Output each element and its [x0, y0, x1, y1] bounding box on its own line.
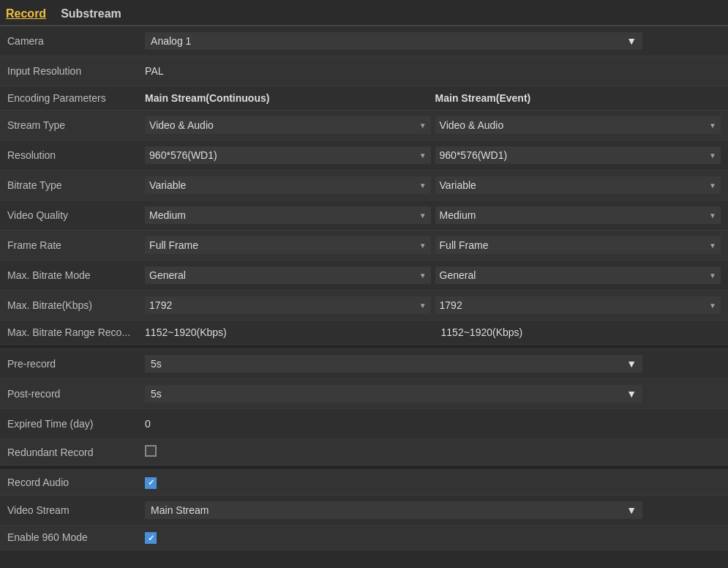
frame-rate-col1-value: Full Frame [149, 239, 198, 251]
checkbox-redundant-record[interactable] [145, 445, 157, 457]
row-post-record: Post-record 5s ▼ [0, 379, 728, 409]
max-bitrate-kbps-dual: 1792 ▼ 1792 ▼ [145, 296, 721, 314]
dropdown-bitrate-type-col1[interactable]: Variable ▼ [145, 176, 430, 194]
label-redundant-record: Redundant Record [0, 439, 138, 466]
row-pre-record: Pre-record 5s ▼ [0, 349, 728, 379]
row-stream-type: Stream Type Video & Audio ▼ Video & Audi… [0, 111, 728, 141]
bitrate-type-dual: Variable ▼ Variable ▼ [145, 176, 721, 194]
row-record-audio: Record Audio [0, 470, 728, 496]
tab-record[interactable]: Record [3, 4, 58, 25]
input-resolution-value: PAL [145, 62, 163, 80]
video-quality-col1-value: Medium [149, 209, 186, 221]
chevron-down-icon: ▼ [626, 358, 637, 370]
max-bitrate-range-col2-value: 1152~1920(Kbps) [441, 326, 721, 338]
bitrate-type-col2-value: Variable [440, 179, 476, 191]
chevron-down-icon: ▼ [626, 504, 637, 516]
stream-type-col2-value: Video & Audio [440, 119, 504, 131]
dropdown-resolution-col1[interactable]: 960*576(WD1) ▼ [145, 146, 430, 164]
chevron-down-icon: ▼ [709, 182, 716, 190]
expired-time-value: 0 [145, 415, 151, 433]
dropdown-video-quality-col1[interactable]: Medium ▼ [145, 206, 430, 224]
pre-record-value: 5s [151, 358, 162, 370]
row-video-stream: Video Stream Main Stream ▼ [0, 495, 728, 525]
label-video-stream: Video Stream [0, 495, 138, 525]
value-max-bitrate-mode: General ▼ General ▼ [138, 261, 728, 291]
value-pre-record[interactable]: 5s ▼ [138, 349, 728, 379]
dropdown-frame-rate-col2[interactable]: Full Frame ▼ [435, 236, 721, 254]
dropdown-max-bitrate-kbps-col2[interactable]: 1792 ▼ [435, 296, 721, 314]
chevron-down-icon: ▼ [419, 152, 427, 160]
dropdown-bitrate-type-col2[interactable]: Variable ▼ [435, 176, 721, 194]
value-redundant-record [138, 439, 728, 466]
row-frame-rate: Frame Rate Full Frame ▼ Full Frame ▼ [0, 231, 728, 261]
row-encoding-parameters: Encoding Parameters Main Stream(Continuo… [0, 86, 728, 111]
value-resolution: 960*576(WD1) ▼ 960*576(WD1) ▼ [138, 141, 728, 171]
value-enable-960-mode [138, 525, 728, 550]
chevron-down-icon: ▼ [419, 302, 427, 310]
label-post-record: Post-record [0, 379, 138, 409]
label-max-bitrate-mode: Max. Bitrate Mode [0, 261, 138, 291]
dropdown-max-bitrate-mode-col1[interactable]: General ▼ [145, 266, 430, 284]
chevron-down-icon: ▼ [709, 272, 716, 280]
chevron-down-icon: ▼ [709, 152, 716, 160]
label-video-quality: Video Quality [0, 201, 138, 231]
dropdown-camera[interactable]: Analog 1 ▼ [145, 32, 642, 50]
row-bitrate-type: Bitrate Type Variable ▼ Variable ▼ [0, 171, 728, 201]
chevron-down-icon: ▼ [419, 212, 427, 220]
row-input-resolution: Input Resolution PAL [0, 56, 728, 86]
value-max-bitrate-range: 1152~1920(Kbps) 1152~1920(Kbps) [138, 321, 728, 345]
dropdown-stream-type-col1[interactable]: Video & Audio ▼ [145, 116, 430, 134]
chevron-down-icon: ▼ [709, 212, 716, 220]
row-max-bitrate-mode: Max. Bitrate Mode General ▼ General ▼ [0, 261, 728, 291]
value-record-audio [138, 470, 728, 496]
label-max-bitrate-range: Max. Bitrate Range Reco... [0, 321, 138, 345]
max-bitrate-kbps-col1-value: 1792 [149, 299, 172, 311]
row-max-bitrate-kbps: Max. Bitrate(Kbps) 1792 ▼ 1792 ▼ [0, 291, 728, 321]
chevron-down-icon: ▼ [419, 242, 427, 250]
row-expired-time: Expired Time (day) 0 [0, 409, 728, 439]
chevron-down-icon: ▼ [419, 122, 427, 130]
max-bitrate-mode-col1-value: General [149, 269, 186, 281]
resolution-col1-value: 960*576(WD1) [149, 149, 217, 161]
label-max-bitrate-kbps: Max. Bitrate(Kbps) [0, 291, 138, 321]
chevron-down-icon: ▼ [626, 388, 637, 400]
checkbox-record-audio[interactable] [145, 477, 157, 489]
video-stream-value: Main Stream [151, 504, 209, 516]
row-camera: Camera Analog 1 ▼ [0, 26, 728, 56]
value-encoding-parameters: Main Stream(Continuous) Main Stream(Even… [138, 86, 728, 111]
value-post-record[interactable]: 5s ▼ [138, 379, 728, 409]
dropdown-frame-rate-col1[interactable]: Full Frame ▼ [145, 236, 430, 254]
dropdown-video-quality-col2[interactable]: Medium ▼ [435, 206, 721, 224]
label-enable-960-mode: Enable 960 Mode [0, 525, 138, 550]
frame-rate-dual: Full Frame ▼ Full Frame ▼ [145, 236, 721, 254]
dropdown-max-bitrate-mode-col2[interactable]: General ▼ [435, 266, 721, 284]
stream-type-col1-value: Video & Audio [149, 119, 214, 131]
max-bitrate-kbps-col2-value: 1792 [440, 299, 462, 311]
row-resolution: Resolution 960*576(WD1) ▼ 960*576(WD1) ▼ [0, 141, 728, 171]
bitrate-type-col1-value: Variable [149, 179, 186, 191]
dropdown-stream-type-col2[interactable]: Video & Audio ▼ [435, 116, 721, 134]
chevron-down-icon: ▼ [419, 272, 427, 280]
tab-substream[interactable]: Substream [58, 4, 133, 25]
chevron-down-icon: ▼ [709, 122, 716, 130]
row-enable-960-mode: Enable 960 Mode [0, 525, 728, 550]
label-camera: Camera [0, 26, 138, 56]
encoding-parameters-dual: Main Stream(Continuous) Main Stream(Even… [145, 92, 721, 104]
resolution-dual: 960*576(WD1) ▼ 960*576(WD1) ▼ [145, 146, 721, 164]
value-video-quality: Medium ▼ Medium ▼ [138, 201, 728, 231]
dropdown-pre-record[interactable]: 5s ▼ [145, 355, 642, 373]
dropdown-post-record[interactable]: 5s ▼ [145, 385, 642, 403]
value-camera[interactable]: Analog 1 ▼ [138, 26, 728, 56]
value-video-stream[interactable]: Main Stream ▼ [138, 495, 728, 525]
max-bitrate-mode-col2-value: General [440, 269, 476, 281]
max-bitrate-mode-dual: General ▼ General ▼ [145, 266, 721, 284]
value-max-bitrate-kbps: 1792 ▼ 1792 ▼ [138, 291, 728, 321]
dropdown-resolution-col2[interactable]: 960*576(WD1) ▼ [435, 146, 721, 164]
checkbox-enable-960-mode[interactable] [145, 532, 157, 544]
dropdown-max-bitrate-kbps-col1[interactable]: 1792 ▼ [145, 296, 430, 314]
label-frame-rate: Frame Rate [0, 231, 138, 261]
dropdown-video-stream[interactable]: Main Stream ▼ [145, 501, 642, 519]
row-max-bitrate-range: Max. Bitrate Range Reco... 1152~1920(Kbp… [0, 321, 728, 345]
label-record-audio: Record Audio [0, 470, 138, 496]
label-bitrate-type: Bitrate Type [0, 171, 138, 201]
